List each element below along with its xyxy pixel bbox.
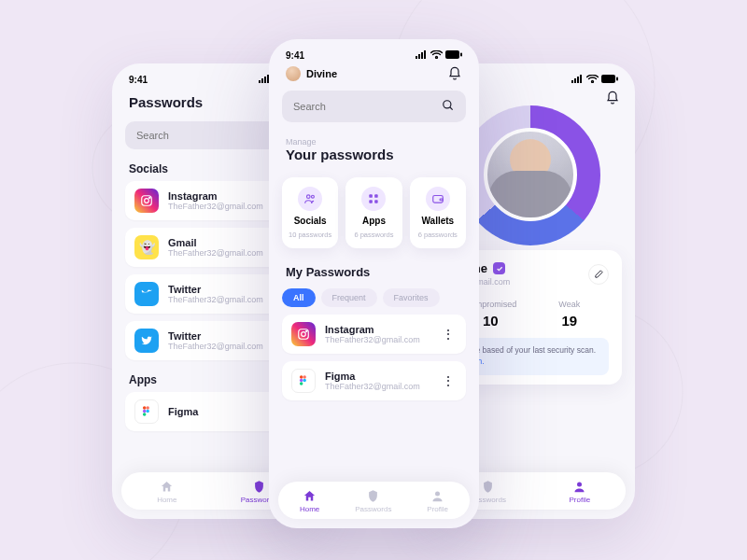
status-icons (571, 75, 618, 85)
card-wallets[interactable]: Wallets 6 passwords (410, 177, 466, 248)
svg-rect-41 (601, 75, 615, 83)
stat-weak[interactable]: Weak 19 (530, 300, 610, 329)
svg-point-21 (307, 195, 311, 199)
avatar-small[interactable] (286, 66, 301, 81)
svg-point-43 (577, 483, 582, 487)
avatar-large[interactable] (484, 128, 577, 221)
card-subtitle: 10 passwords (289, 231, 331, 239)
status-icons (416, 50, 462, 61)
stat-value: 19 (530, 313, 610, 329)
tab-home[interactable]: Home (300, 489, 319, 513)
password-row[interactable]: FigmaTheFather32@gmail.com ⋮ (282, 361, 466, 400)
wallet-icon (426, 187, 450, 211)
more-icon[interactable]: ⋮ (440, 374, 457, 387)
twitter-icon (134, 329, 159, 353)
tab-label: Home (300, 505, 319, 513)
card-apps[interactable]: Apps 6 passwords (345, 177, 402, 248)
password-row[interactable]: InstagramTheFather32@gmail.com ⋮ (282, 315, 466, 354)
grid-icon (361, 187, 386, 211)
chip-frequent[interactable]: Frequent (321, 288, 377, 307)
wifi-icon (430, 50, 443, 61)
tab-profile[interactable]: Profile (570, 480, 591, 504)
svg-point-7 (145, 199, 149, 203)
svg-rect-2 (264, 77, 266, 83)
card-title: Apps (362, 216, 386, 226)
svg-rect-25 (370, 200, 374, 203)
tab-label: Profile (570, 496, 591, 504)
svg-rect-38 (574, 78, 576, 83)
row-name: Instagram (325, 324, 430, 335)
tab-passwords[interactable]: Passwords (355, 489, 391, 513)
svg-rect-1 (261, 78, 263, 83)
screen-home: 9:41 Divine Manage Your passwords Social… (269, 39, 479, 528)
svg-rect-40 (580, 75, 582, 83)
svg-rect-16 (421, 52, 423, 59)
search-input[interactable] (293, 101, 434, 112)
chip-favorites[interactable]: Favorites (383, 288, 440, 307)
card-title: Socials (294, 216, 327, 226)
note-text: ts are based of your last security scan. (460, 345, 596, 355)
chip-all[interactable]: All (282, 288, 316, 307)
status-time: 9:41 (286, 50, 304, 61)
row-name: Figma (325, 371, 430, 382)
svg-rect-23 (370, 194, 374, 198)
instagram-icon (291, 322, 316, 346)
svg-rect-14 (416, 56, 417, 59)
svg-point-8 (149, 197, 150, 198)
battery-icon (445, 50, 462, 61)
svg-rect-15 (418, 54, 420, 59)
battery-icon (601, 75, 618, 85)
row-email: TheFather32@gmail.com (325, 335, 430, 344)
svg-rect-0 (259, 80, 261, 83)
greeting-row: Divine (269, 64, 479, 87)
figma-icon (291, 369, 316, 393)
svg-rect-18 (445, 50, 459, 59)
figma-icon (134, 399, 159, 424)
row-email: TheFather32@gmail.com (325, 382, 430, 391)
svg-point-35 (300, 382, 303, 385)
svg-point-11 (143, 410, 147, 413)
svg-point-20 (444, 101, 451, 108)
svg-rect-24 (375, 194, 379, 198)
edit-button[interactable] (588, 264, 609, 285)
search-field[interactable] (282, 91, 466, 122)
status-bar: 9:41 (269, 39, 479, 64)
svg-point-36 (435, 492, 440, 497)
instagram-icon (134, 189, 159, 213)
svg-point-9 (143, 406, 147, 410)
svg-rect-37 (571, 80, 573, 83)
card-socials[interactable]: Socials 10 passwords (282, 177, 338, 248)
signal-icon (416, 50, 428, 61)
snapchat-icon: 👻 (134, 235, 159, 259)
svg-point-32 (303, 375, 306, 379)
svg-point-22 (312, 195, 315, 198)
svg-rect-26 (375, 200, 379, 203)
card-subtitle: 6 passwords (354, 231, 393, 239)
manage-label: Manage (269, 132, 479, 147)
wifi-icon (586, 75, 599, 85)
svg-rect-39 (577, 77, 579, 83)
search-icon (442, 99, 455, 114)
status-time: 9:41 (129, 75, 148, 85)
svg-point-34 (303, 379, 306, 383)
twitter-icon (134, 282, 159, 306)
tab-home[interactable]: Home (157, 480, 176, 504)
more-icon[interactable]: ⋮ (440, 328, 457, 341)
svg-point-30 (306, 330, 307, 331)
verified-badge-icon (493, 262, 505, 274)
card-title: Wallets (422, 216, 455, 226)
svg-point-33 (300, 379, 303, 383)
category-cards: Socials 10 passwords Apps 6 passwords Wa… (269, 170, 479, 254)
svg-point-13 (143, 413, 147, 416)
bell-icon[interactable] (605, 91, 620, 109)
tab-label: Profile (427, 505, 448, 513)
bell-icon[interactable] (447, 66, 462, 81)
svg-rect-17 (424, 50, 426, 59)
signal-icon (571, 75, 584, 85)
my-passwords-list: InstagramTheFather32@gmail.com ⋮ FigmaTh… (269, 315, 479, 400)
tab-profile[interactable]: Profile (427, 489, 448, 513)
svg-rect-42 (616, 77, 618, 81)
tab-label: Home (157, 496, 176, 504)
card-subtitle: 6 passwords (418, 231, 458, 239)
tab-label: Passwords (355, 505, 391, 513)
